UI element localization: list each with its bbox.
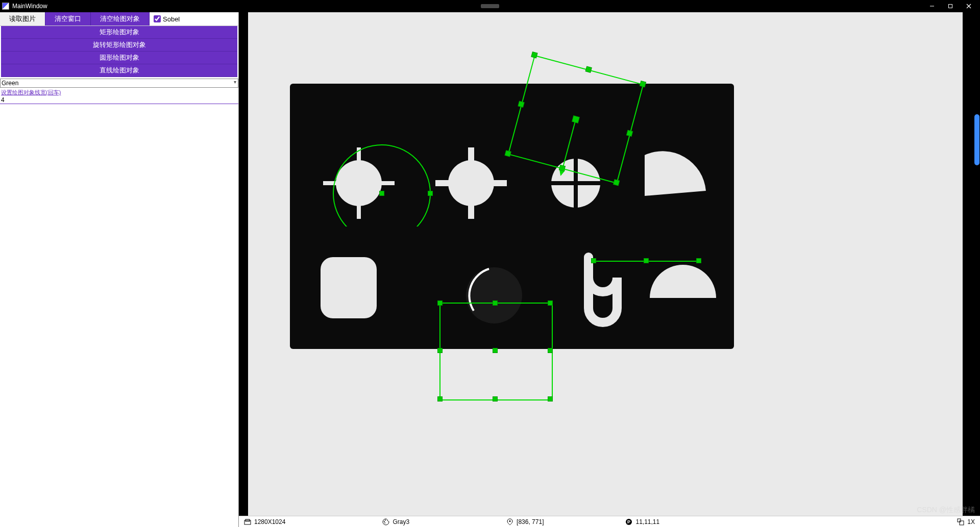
rect-ml-handle[interactable]: [437, 348, 443, 353]
rect-tl-handle[interactable]: [437, 300, 443, 306]
svg-rect-38: [960, 521, 964, 525]
calibration-board: [290, 84, 734, 349]
pixel-icon: P: [625, 518, 632, 525]
rect-bl-handle[interactable]: [437, 396, 443, 401]
titlebar: MainWindow: [0, 0, 980, 12]
svg-rect-37: [958, 519, 961, 522]
status-zoom: 1X: [957, 518, 975, 525]
close-button[interactable]: [960, 0, 978, 12]
maximize-button[interactable]: [941, 0, 960, 12]
rect-tr-handle[interactable]: [548, 300, 553, 306]
sobel-checkbox-wrap[interactable]: Sobel: [150, 12, 184, 26]
line-start-handle[interactable]: [591, 258, 596, 263]
linewidth-label[interactable]: 设置绘图对象线宽(回车): [0, 88, 238, 96]
svg-point-31: [384, 521, 385, 522]
rect-br-handle[interactable]: [548, 396, 553, 401]
dimensions-icon: [244, 518, 251, 525]
color-select[interactable]: Green: [0, 79, 238, 88]
circle-radius-handle[interactable]: [428, 191, 433, 196]
clear-window-button[interactable]: 清空窗口: [45, 12, 91, 26]
right-panel: 1280X1024 Gray3 [836, 771] P 11,11,11: [239, 12, 980, 527]
svg-rect-23: [585, 66, 592, 72]
circle-draw-button[interactable]: 圆形绘图对象: [1, 52, 237, 64]
svg-rect-20: [640, 81, 646, 87]
watermark: CSDN @性感胖橘: [917, 506, 975, 515]
svg-point-13: [466, 267, 522, 323]
minimize-button[interactable]: [923, 0, 941, 12]
toolbar: 读取图片 清空窗口 清空绘图对象 Sobel: [0, 12, 238, 26]
svg-rect-19: [531, 52, 537, 58]
rect-draw-button[interactable]: 矩形绘图对象: [1, 26, 237, 39]
status-pixel: P 11,11,11: [625, 518, 659, 525]
status-mode: Gray3: [382, 518, 409, 525]
title-grip[interactable]: [481, 4, 499, 8]
rect-mr-handle[interactable]: [548, 348, 553, 353]
location-icon: [506, 518, 513, 525]
status-dimensions: 1280X1024: [244, 518, 285, 525]
svg-rect-1: [949, 5, 952, 8]
rect-bm-handle[interactable]: [493, 396, 498, 401]
rot-rect-draw-button[interactable]: 旋转矩形绘图对象: [1, 39, 237, 52]
palette-icon: [382, 518, 389, 525]
line-mid-handle[interactable]: [644, 258, 649, 263]
rect-tm-handle[interactable]: [493, 300, 498, 306]
status-coords: [836, 771]: [506, 518, 544, 525]
sobel-checkbox[interactable]: [154, 15, 161, 22]
left-panel: 读取图片 清空窗口 清空绘图对象 Sobel 矩形绘图对象 旋转矩形绘图对象 圆…: [0, 12, 239, 527]
circle-center-handle[interactable]: [379, 191, 384, 196]
svg-rect-26: [626, 130, 632, 136]
svg-rect-18: [572, 116, 580, 123]
rect-center-handle[interactable]: [493, 348, 498, 353]
clear-draw-objects-button[interactable]: 清空绘图对象: [91, 12, 150, 26]
svg-rect-25: [518, 101, 524, 107]
line-draw-button[interactable]: 直线绘图对象: [1, 64, 237, 77]
svg-rect-12: [548, 181, 604, 185]
linewidth-input[interactable]: [0, 96, 238, 104]
svg-text:P: P: [627, 519, 630, 524]
app-icon: [2, 3, 9, 10]
svg-point-33: [384, 522, 385, 523]
sobel-label: Sobel: [163, 15, 180, 23]
window-title: MainWindow: [12, 3, 47, 10]
svg-point-34: [509, 520, 511, 522]
scrollbar-thumb[interactable]: [974, 114, 979, 165]
line-end-handle[interactable]: [696, 258, 701, 263]
svg-rect-6: [323, 181, 395, 185]
zoom-icon: [957, 518, 964, 525]
image-stage: [248, 12, 963, 516]
svg-rect-22: [614, 180, 620, 186]
svg-point-32: [385, 519, 386, 520]
image-viewport[interactable]: [239, 12, 980, 516]
svg-rect-9: [435, 180, 507, 186]
statusbar: 1280X1024 Gray3 [836, 771] P 11,11,11: [239, 516, 980, 527]
read-image-button[interactable]: 读取图片: [0, 12, 45, 26]
